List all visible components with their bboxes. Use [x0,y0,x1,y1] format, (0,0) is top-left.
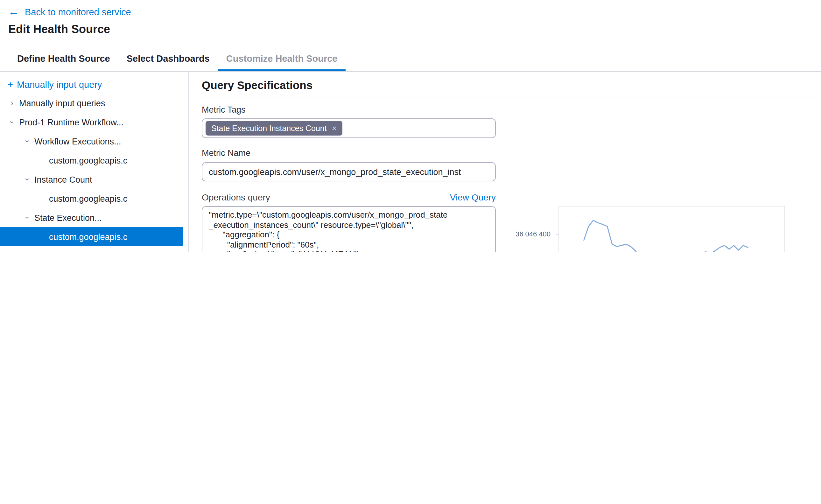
tree-item-label: custom.googleapis.c [49,156,127,165]
tree-item-workflow-executions[interactable]: ›Workflow Executions... [0,246,183,252]
back-link-label: Back to monitored service [25,7,131,17]
tree-item-label: Workflow Executions... [34,251,121,252]
tree-item-label: State Execution... [34,213,102,222]
svg-text:36 046 400: 36 046 400 [516,230,551,238]
plus-icon: + [8,80,13,90]
health-source-tree: ›Manually input queries›Prod-1 Runtime W… [0,94,188,252]
back-arrow-icon: ← [8,6,19,17]
operations-query-row: Operations query View Query [202,192,496,202]
tree-item-label: custom.googleapis.c [49,194,127,203]
chevron-down-icon[interactable]: › [24,174,31,185]
metric-tag-chip: State Execution Instances Count × [206,121,342,136]
section-divider [202,97,815,97]
page-title: Edit Health Source [8,23,110,36]
tree-item-custom-googleapis-c[interactable]: custom.googleapis.c [0,189,183,208]
metric-name-label: Metric Name [202,148,815,158]
operations-query-label: Operations query [202,192,270,202]
add-query-link[interactable]: + Manually input query [0,72,188,90]
chevron-down-icon[interactable]: › [8,116,16,128]
tree-item-label: Prod-1 Runtime Workflow... [19,117,123,127]
remove-tag-icon[interactable]: × [332,123,337,133]
tab-define-health-source[interactable]: Define Health Source [9,46,118,71]
tree-item-instance-count[interactable]: ›Instance Count [0,170,183,189]
metric-tag-label: State Execution Instances Count [211,124,327,133]
line-chart: 36 046 40036 045 60036 044 8004:10 pm4:2… [500,202,799,252]
edit-health-source-page: ← Back to monitored service Edit Health … [0,0,821,252]
query-specifications-title: Query Specifications [202,78,815,92]
tree-item-prod-1-runtime-workflow[interactable]: ›Prod-1 Runtime Workflow... [0,113,183,132]
view-query-link[interactable]: View Query [450,192,496,202]
metric-name-input[interactable] [202,162,496,181]
query-code: "metric.type=\"custom.googleapis.com/use… [209,210,489,252]
tree-item-workflow-executions[interactable]: ›Workflow Executions... [0,132,183,151]
chevron-down-icon[interactable]: › [24,250,31,252]
metric-preview-chart: 36 046 40036 045 60036 044 8004:10 pm4:2… [500,202,799,252]
tree-item-label: custom.googleapis.c [49,232,127,241]
tree-item-state-execution[interactable]: ›State Execution... [0,208,183,227]
tab-customize-health-source[interactable]: Customize Health Source [218,46,346,71]
tree-item-label: Instance Count [34,175,92,184]
query-sidebar: + Manually input query ›Manually input q… [0,72,189,252]
tree-item-custom-googleapis-c[interactable]: custom.googleapis.c [0,227,183,246]
metric-tags-label: Metric Tags [202,105,815,115]
tree-item-label: Manually input queries [19,98,105,108]
wizard-tabs: Define Health Source Select Dashboards C… [0,46,821,72]
chevron-right-icon[interactable]: › [6,99,18,107]
operations-query-editor[interactable]: "metric.type=\"custom.googleapis.com/use… [202,206,496,252]
tree-item-custom-googleapis-c[interactable]: custom.googleapis.c [0,151,183,170]
add-query-label: Manually input query [17,80,102,90]
tree-item-label: Workflow Executions... [34,137,121,146]
tree-item-manually-input-queries[interactable]: ›Manually input queries [0,94,183,113]
back-link[interactable]: ← Back to monitored service [8,6,131,17]
chevron-down-icon[interactable]: › [24,212,31,223]
chevron-down-icon[interactable]: › [24,136,31,147]
metric-tags-input[interactable]: State Execution Instances Count × [202,118,496,138]
tab-select-dashboards[interactable]: Select Dashboards [118,46,218,71]
